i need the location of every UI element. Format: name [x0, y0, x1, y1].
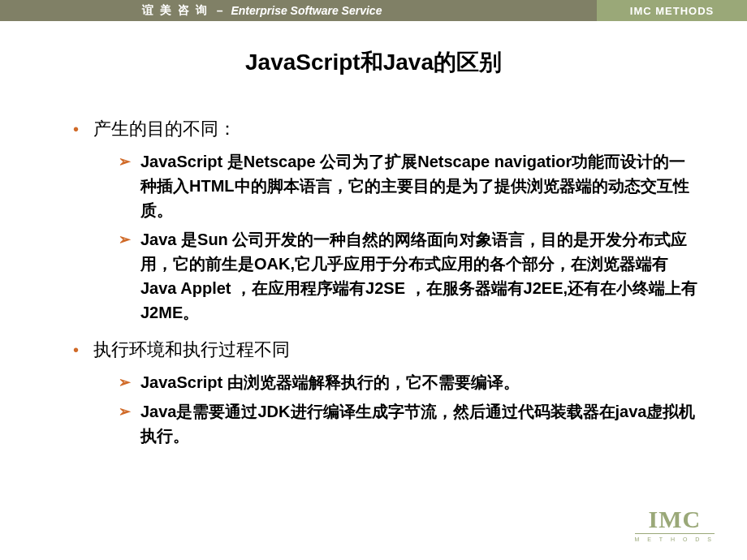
- header-company-en: Enterprise Software Service: [231, 4, 382, 17]
- logo-main-text: IMC: [635, 507, 715, 532]
- slide-content: • 产生的目的不同： ➢ JavaScript 是Netscape 公司为了扩展…: [0, 117, 747, 448]
- arrow-icon: ➢: [119, 149, 131, 174]
- header-right: IMC METHODS: [597, 0, 747, 21]
- bullet-dot-icon: •: [73, 338, 79, 362]
- arrow-icon: ➢: [119, 399, 131, 424]
- header-dash: –: [217, 4, 223, 17]
- sub-bullet-item: ➢ Java 是Sun 公司开发的一种自然的网络面向对象语言，目的是开发分布式应…: [119, 227, 698, 325]
- sub-bullet-item: ➢ JavaScript 是Netscape 公司为了扩展Netscape na…: [119, 149, 698, 222]
- arrow-icon: ➢: [119, 227, 131, 252]
- bullet-text: 执行环境和执行过程不同: [93, 338, 290, 362]
- sub-list: ➢ JavaScript 是Netscape 公司为了扩展Netscape na…: [119, 149, 698, 325]
- sub-bullet-text: Java 是Sun 公司开发的一种自然的网络面向对象语言，目的是开发分布式应用，…: [140, 227, 698, 325]
- logo-sub-text: M E T H O D S: [635, 536, 715, 542]
- sub-bullet-text: Java是需要通过JDK进行编译生成字节流，然后通过代码装载器在java虚拟机执…: [140, 399, 698, 448]
- bullet-item: • 执行环境和执行过程不同: [73, 338, 698, 362]
- sub-list: ➢ JavaScript 由浏览器端解释执行的，它不需要编译。 ➢ Java是需…: [119, 370, 698, 448]
- bullet-text: 产生的目的不同：: [93, 117, 236, 141]
- bullet-dot-icon: •: [73, 117, 79, 141]
- arrow-icon: ➢: [119, 370, 131, 394]
- header-bar: 谊 美 咨 询 – Enterprise Software Service IM…: [0, 0, 747, 21]
- sub-bullet-text: JavaScript 由浏览器端解释执行的，它不需要编译。: [140, 370, 520, 394]
- bullet-item: • 产生的目的不同：: [73, 117, 698, 141]
- footer-logo: IMC M E T H O D S: [635, 507, 715, 542]
- sub-bullet-item: ➢ Java是需要通过JDK进行编译生成字节流，然后通过代码装载器在java虚拟…: [119, 399, 698, 448]
- logo-divider: [635, 533, 715, 534]
- slide-title: JavaScript和Java的区别: [0, 47, 747, 78]
- sub-bullet-text: JavaScript 是Netscape 公司为了扩展Netscape navi…: [140, 149, 698, 222]
- sub-bullet-item: ➢ JavaScript 由浏览器端解释执行的，它不需要编译。: [119, 370, 698, 394]
- header-methods: IMC METHODS: [630, 5, 714, 17]
- header-company-cn: 谊 美 咨 询: [142, 3, 209, 18]
- header-left: 谊 美 咨 询 – Enterprise Software Service: [0, 0, 597, 21]
